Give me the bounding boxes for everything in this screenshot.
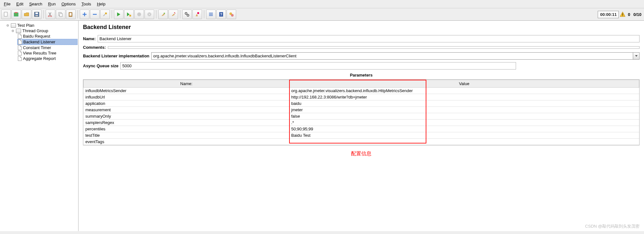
queue-input[interactable]: 5000: [120, 62, 516, 69]
param-value-cell[interactable]: .*: [289, 120, 639, 126]
param-value-cell[interactable]: org.apache.jmeter.visualizers.backend.in…: [289, 88, 639, 94]
param-name-cell[interactable]: influxdbMetricsSender: [84, 88, 289, 94]
warning-count: 0: [626, 12, 631, 17]
start-no-timers-button[interactable]: [124, 10, 134, 19]
copy-button[interactable]: [56, 10, 65, 19]
help-button[interactable]: ?: [216, 10, 226, 19]
param-name-cell[interactable]: eventTags: [84, 139, 289, 145]
file-icon: [18, 40, 22, 44]
add-button[interactable]: [80, 10, 89, 19]
tree-label: Test Plan: [17, 23, 34, 28]
table-row[interactable]: summaryOnlyfalse: [84, 113, 639, 120]
menu-tools[interactable]: Tools: [79, 1, 94, 7]
file-icon: [18, 34, 22, 39]
menu-edit[interactable]: Edit: [14, 1, 26, 7]
clear-button[interactable]: [158, 10, 168, 19]
param-value-cell[interactable]: [289, 139, 639, 145]
param-name-cell[interactable]: summaryOnly: [84, 113, 289, 120]
menu-options[interactable]: Options: [59, 1, 78, 7]
watermark: CSDN @敲代码敲到头发茂密: [585, 223, 640, 229]
menu-bar: File Edit Search Run Options Tools Help: [0, 0, 644, 8]
content-panel: Backend Listener Name: Backend Listener …: [79, 21, 644, 231]
table-row[interactable]: samplersRegex.*: [84, 120, 639, 126]
table-row[interactable]: applicationbaidu: [84, 100, 639, 107]
folder-icon: [16, 29, 21, 33]
param-value-cell[interactable]: false: [289, 113, 639, 120]
svg-rect-22: [209, 15, 213, 16]
function-helper-button[interactable]: [206, 10, 216, 19]
param-value-cell[interactable]: 50;90;95;99: [289, 126, 639, 132]
reset-search-button[interactable]: [192, 10, 202, 19]
tree-test-plan[interactable]: ⊖ Test Plan: [6, 23, 78, 28]
param-name-cell[interactable]: testTitle: [84, 132, 289, 139]
table-row[interactable]: eventTags: [84, 139, 639, 145]
parameters-box: Name: Value influxdbMetricsSenderorg.apa…: [83, 79, 640, 145]
folder-icon: [11, 23, 16, 28]
param-value-cell[interactable]: http://192.168.22.3:8086/write?db=jmeter: [289, 94, 639, 100]
search-button[interactable]: [182, 10, 192, 19]
table-row[interactable]: influxdbMetricsSenderorg.apache.jmeter.v…: [84, 88, 639, 94]
comments-input[interactable]: [108, 46, 640, 49]
svg-point-12: [105, 12, 107, 14]
table-row[interactable]: percentiles50;90;95;99: [84, 126, 639, 132]
col-value[interactable]: Value: [289, 80, 639, 88]
tree-thread-group[interactable]: ⊖ Thread Group: [11, 28, 78, 33]
toolbar: ? 00:00:11 ! 0 0/10: [0, 8, 644, 21]
param-value-cell[interactable]: baidu: [289, 100, 639, 107]
svg-rect-20: [209, 13, 213, 13]
table-row[interactable]: influxdbUrlhttp://192.168.22.3:8086/writ…: [84, 94, 639, 100]
dropdown-button[interactable]: [633, 53, 639, 59]
plugins-button[interactable]: [227, 10, 236, 19]
save-button[interactable]: [32, 10, 41, 19]
menu-search[interactable]: Search: [26, 1, 45, 7]
menu-help[interactable]: Help: [94, 1, 108, 7]
menu-run[interactable]: Run: [46, 1, 58, 7]
remove-button[interactable]: [90, 10, 100, 19]
disable-button[interactable]: [100, 10, 110, 19]
svg-text:!: !: [622, 13, 624, 17]
svg-rect-9: [60, 13, 62, 17]
annotation-caption: 配置信息: [83, 150, 640, 157]
impl-select-value: org.apache.jmeter.visualizers.backend.in…: [152, 53, 633, 59]
new-button[interactable]: [1, 10, 11, 19]
clear-all-button[interactable]: [168, 10, 178, 19]
stop-button[interactable]: [134, 10, 144, 19]
shutdown-button[interactable]: [145, 10, 154, 19]
tree-label: View Results Tree: [23, 51, 56, 55]
cut-button[interactable]: [46, 10, 55, 19]
col-name[interactable]: Name:: [84, 80, 289, 88]
tree-label: Constant Timer: [23, 45, 51, 50]
tree-item-view-results-tree[interactable]: View Results Tree: [17, 50, 78, 56]
table-row[interactable]: testTitleBaidu Test: [84, 132, 639, 139]
param-value-cell[interactable]: Baidu Test: [289, 132, 639, 139]
tree-item-aggregate-report[interactable]: Aggregate Report: [17, 56, 78, 61]
param-value-cell[interactable]: jmeter: [289, 107, 639, 113]
param-name-cell[interactable]: percentiles: [84, 126, 289, 132]
svg-rect-21: [209, 14, 213, 15]
open-button[interactable]: [22, 10, 31, 19]
svg-rect-2: [15, 12, 18, 13]
param-name-cell[interactable]: samplersRegex: [84, 120, 289, 126]
templates-button[interactable]: [11, 10, 21, 19]
param-name-cell[interactable]: application: [84, 100, 289, 107]
parameters-title: Parameters: [83, 73, 640, 77]
tree-item-backend-listener[interactable]: Backend Listener: [17, 39, 78, 45]
svg-rect-0: [4, 12, 7, 16]
timer-display: 00:00:11: [598, 11, 619, 18]
impl-label: Backend Listener implementation: [83, 54, 149, 58]
svg-rect-16: [164, 13, 165, 14]
tree-item-constant-timer[interactable]: Constant Timer: [17, 45, 78, 50]
menu-file[interactable]: File: [1, 1, 13, 7]
paste-button[interactable]: [66, 10, 76, 19]
param-name-cell[interactable]: measurement: [84, 107, 289, 113]
chevron-down-icon[interactable]: ⊖: [11, 29, 15, 33]
chevron-down-icon[interactable]: ⊖: [6, 24, 10, 27]
param-name-cell[interactable]: influxdbUrl: [84, 94, 289, 100]
table-row[interactable]: measurementjmeter: [84, 107, 639, 113]
impl-select[interactable]: org.apache.jmeter.visualizers.backend.in…: [151, 52, 640, 60]
tree-label: Aggregate Report: [23, 56, 56, 61]
start-button[interactable]: [114, 10, 124, 19]
name-input[interactable]: Backend Listener: [98, 35, 640, 42]
svg-point-13: [129, 15, 131, 17]
tree-item-baidu-request[interactable]: Baidu Request: [17, 33, 78, 39]
